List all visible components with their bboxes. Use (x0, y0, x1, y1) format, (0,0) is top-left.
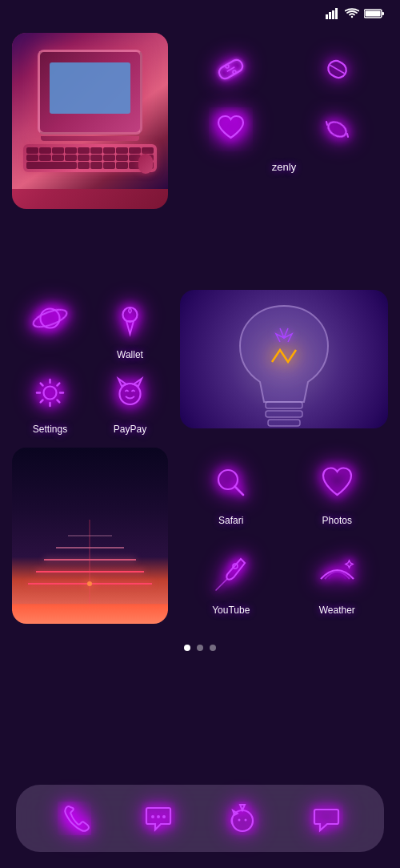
svg-line-12 (330, 65, 344, 74)
bottom-right-icons: Safari Photos YouTube (180, 448, 388, 630)
svg-rect-1 (329, 12, 331, 19)
svg-point-40 (244, 819, 246, 822)
photos-label: Photos (322, 515, 352, 526)
settings-label: Settings (33, 424, 67, 435)
safari-app[interactable]: Safari (180, 456, 282, 541)
middle-left-icons: Wallet Settings (12, 290, 168, 435)
weather-label: Weather (319, 605, 355, 616)
weather-app[interactable]: Weather (286, 545, 389, 631)
dock-messages[interactable] (134, 794, 182, 842)
dock-chat[interactable] (302, 794, 350, 842)
zenly-text: zenly (272, 161, 296, 173)
dock-phone[interactable] (50, 794, 98, 842)
photos-app[interactable]: Photos (286, 456, 389, 541)
safari-label: Safari (218, 515, 243, 526)
top-section: zenly (0, 26, 400, 283)
signal-icon (326, 8, 340, 22)
svg-point-19 (44, 386, 57, 399)
svg-rect-21 (266, 402, 302, 408)
wifi-icon (345, 8, 359, 22)
pill-app[interactable] (286, 41, 389, 97)
svg-point-9 (233, 70, 236, 74)
middle-section: Wallet Settings (0, 283, 400, 441)
svg-rect-2 (332, 10, 334, 19)
dock (16, 785, 384, 852)
youtube-app[interactable]: YouTube (180, 545, 282, 631)
status-icons (326, 8, 384, 22)
status-bar (0, 0, 400, 26)
svg-point-35 (151, 815, 154, 818)
svg-rect-5 (382, 12, 385, 15)
youtube-label: YouTube (212, 605, 250, 616)
svg-point-17 (31, 306, 69, 330)
svg-rect-3 (335, 8, 338, 19)
page-dot-2[interactable] (197, 645, 203, 651)
dock-unicorn[interactable] (218, 794, 266, 842)
battery-icon (364, 8, 384, 22)
svg-point-36 (157, 815, 160, 818)
svg-point-38 (232, 810, 253, 831)
top-left-widget[interactable] (12, 33, 168, 215)
svg-point-8 (226, 65, 229, 68)
planet-app[interactable] (12, 290, 88, 360)
svg-rect-22 (266, 411, 302, 417)
svg-line-14 (326, 122, 327, 125)
svg-point-37 (162, 815, 166, 818)
svg-point-20 (120, 384, 141, 404)
paypay-label: PayPay (114, 424, 146, 435)
zenly-label-cell: zenly (180, 161, 388, 217)
bottom-section: Safari Photos YouTube (0, 441, 400, 637)
middle-right-widget-container[interactable] (180, 290, 388, 435)
svg-rect-0 (326, 14, 328, 19)
wallet-app[interactable]: Wallet (92, 290, 168, 360)
paypay-app[interactable]: PayPay (92, 364, 168, 435)
page-dot-1[interactable] (184, 645, 190, 651)
page-dots (0, 637, 400, 659)
svg-rect-23 (268, 420, 300, 426)
candy-app[interactable] (286, 101, 389, 157)
svg-point-13 (326, 119, 349, 139)
svg-line-15 (347, 134, 348, 137)
bottom-left-widget-container[interactable] (12, 448, 168, 630)
top-right-icons: zenly (180, 33, 388, 277)
svg-rect-6 (366, 11, 381, 17)
svg-line-33 (235, 486, 244, 495)
heart-app[interactable] (180, 101, 282, 157)
settings-app[interactable]: Settings (12, 364, 88, 435)
svg-point-31 (87, 581, 92, 586)
page-dot-3[interactable] (210, 645, 216, 651)
svg-point-18 (123, 307, 138, 322)
svg-point-39 (238, 819, 240, 822)
wallet-label: Wallet (117, 349, 143, 360)
bandage-app[interactable] (180, 41, 282, 97)
